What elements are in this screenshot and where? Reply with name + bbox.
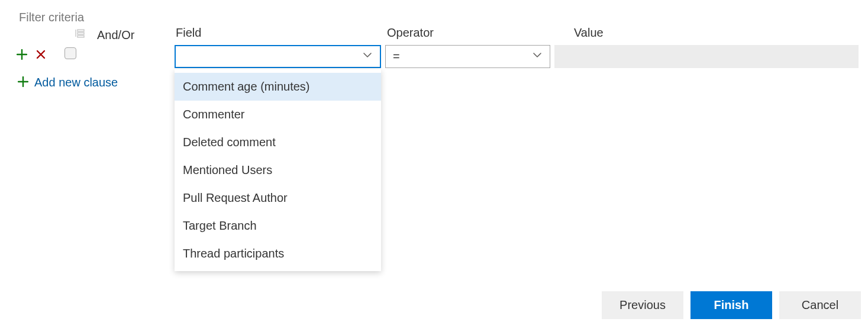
cancel-button[interactable]: Cancel [779, 291, 861, 319]
finish-button[interactable]: Finish [690, 291, 772, 319]
column-header-value: Value [574, 26, 604, 40]
add-new-clause-label: Add new clause [34, 76, 118, 89]
svg-rect-0 [78, 30, 84, 31]
field-option[interactable]: Deleted comment [175, 128, 381, 156]
filter-criteria-label: Filter criteria [19, 11, 84, 24]
field-option[interactable]: Comment age (minutes) [175, 73, 381, 101]
add-clause-icon[interactable] [15, 47, 29, 62]
chevron-down-icon [532, 50, 543, 63]
column-header-operator: Operator [387, 26, 434, 40]
add-new-clause-link[interactable]: Add new clause [18, 76, 118, 89]
operator-dropdown-value: = [393, 50, 400, 63]
svg-rect-2 [78, 36, 84, 37]
field-option[interactable]: Pull Request Author [175, 184, 381, 212]
chevron-down-icon [362, 50, 373, 63]
field-option[interactable]: Thread participants [175, 240, 381, 268]
group-rows-icon [74, 27, 86, 42]
operator-dropdown[interactable]: = [385, 45, 550, 68]
field-option[interactable]: Mentioned Users [175, 156, 381, 184]
previous-button[interactable]: Previous [602, 291, 683, 319]
andor-checkbox[interactable] [64, 47, 76, 59]
field-option[interactable]: Commenter [175, 101, 381, 128]
field-dropdown[interactable] [175, 45, 381, 68]
column-header-field: Field [176, 26, 201, 40]
remove-clause-icon[interactable] [34, 47, 48, 62]
value-input[interactable] [554, 45, 859, 68]
column-header-andor: And/Or [97, 28, 134, 42]
svg-rect-1 [78, 33, 84, 34]
field-option[interactable]: Target Branch [175, 212, 381, 240]
plus-icon [18, 76, 28, 89]
field-dropdown-list[interactable]: Comment age (minutes)CommenterDeleted co… [175, 69, 381, 271]
